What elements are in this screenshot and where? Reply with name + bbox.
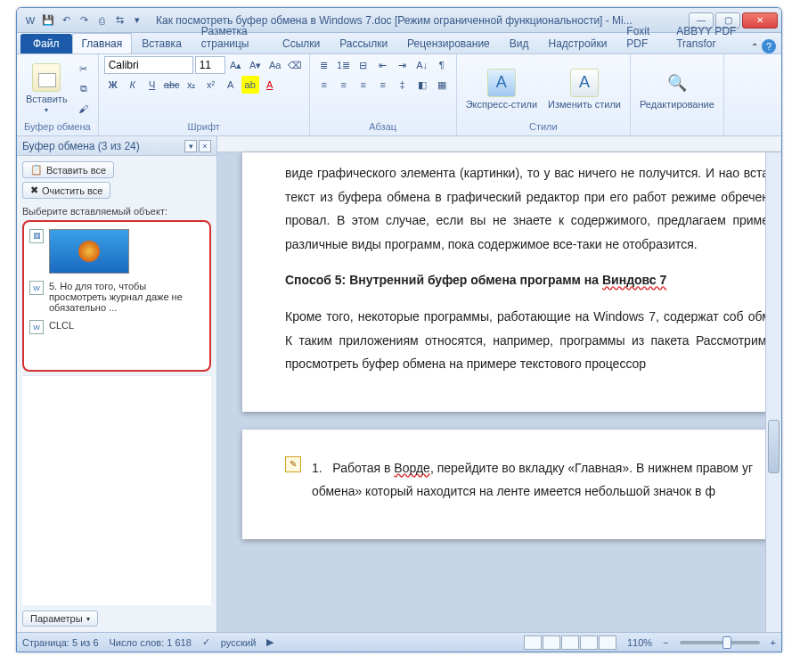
editing-label: Редактирование [640,99,714,110]
save-icon[interactable]: 💾 [40,12,56,29]
indent-inc-icon[interactable]: ⇥ [394,56,412,74]
status-language[interactable]: русский [221,637,256,648]
align-right-icon[interactable]: ≡ [355,76,372,94]
status-page[interactable]: Страница: 5 из 6 [22,637,99,648]
clear-format-icon[interactable]: ⌫ [286,56,304,74]
ruler[interactable] [217,136,781,152]
superscript-icon[interactable]: x² [202,76,220,94]
group-label-clipboard: Буфер обмена [22,121,93,134]
options-button[interactable]: Параметры ▾ [22,611,98,627]
page[interactable]: ✎ 1. Работая в Ворде, перейдите во вклад… [242,430,781,539]
view-print-icon[interactable] [524,635,542,650]
qat-icon[interactable]: ⎙ [94,12,110,29]
pane-spacer [22,375,211,605]
paste-button[interactable]: Вставить ▾ [22,61,71,116]
sort-icon[interactable]: A↓ [413,56,431,74]
page[interactable]: виде графического элемента (картинки), т… [242,152,781,412]
align-left-icon[interactable]: ≡ [315,76,333,94]
help-icon[interactable]: ? [762,39,776,53]
show-marks-icon[interactable]: ¶ [433,56,451,74]
group-font: A▴ A▾ Aa ⌫ Ж К Ч abc x₂ x² A ab A Шрифт [99,54,310,135]
paste-all-button[interactable]: 📋Вставить все [22,161,114,178]
font-name-input[interactable] [104,56,193,74]
subscript-icon[interactable]: x₂ [183,76,200,94]
view-outline-icon[interactable] [580,635,598,650]
tab-home[interactable]: Главная [72,33,133,53]
clip-item[interactable]: W 5. Но для того, чтобы просмотреть журн… [26,277,208,316]
indent-dec-icon[interactable]: ⇤ [374,56,392,74]
scroll-thumb[interactable] [768,420,780,473]
justify-icon[interactable]: ≡ [374,76,392,94]
bold-icon[interactable]: Ж [104,76,122,94]
clear-all-button[interactable]: ✖Очистить все [22,182,110,199]
view-web-icon[interactable] [561,635,579,650]
change-case-icon[interactable]: Aa [266,56,284,74]
multilevel-icon[interactable]: ⊟ [355,56,372,74]
undo-icon[interactable]: ↶ [58,12,74,29]
tab-abbyy[interactable]: ABBYY PDF Transfor [666,20,751,53]
status-words[interactable]: Число слов: 1 618 [110,637,192,648]
zoom-in-icon[interactable]: + [771,637,776,648]
clear-all-icon: ✖ [30,184,38,196]
italic-icon[interactable]: К [124,76,142,94]
change-styles-label: Изменить стили [548,99,621,110]
view-draft-icon[interactable] [599,635,616,650]
clip-list: 🖼 W 5. Но для того, чтобы просмотреть жу… [22,220,211,372]
group-styles: A Экспресс-стили A Изменить стили Стили [457,54,631,135]
pane-close-icon[interactable]: × [199,140,211,152]
list-item: ✎ 1. Работая в Ворде, перейдите во вклад… [285,456,781,504]
chevron-down-icon: ▾ [86,615,90,623]
cut-icon[interactable]: ✂ [75,61,93,78]
pane-header: Буфер обмена (3 из 24) ▾ × [17,136,216,156]
view-read-icon[interactable] [543,635,560,650]
tab-foxit[interactable]: Foxit PDF [616,20,666,53]
clip-item[interactable]: 🖼 [26,225,208,277]
clip-text: 5. Но для того, чтобы просмотреть журнал… [49,281,204,313]
ribbon: Вставить ▾ ✂ ⧉ 🖌 Буфер обмена A▴ A▾ Aa [17,54,781,136]
copy-icon[interactable]: ⧉ [75,80,93,98]
font-size-input[interactable] [195,56,225,74]
tab-references[interactable]: Ссылки [273,33,330,53]
ribbon-minimize-icon[interactable]: ⌃ [751,42,758,52]
tab-layout[interactable]: Разметка страницы [192,20,273,53]
zoom-slider[interactable] [680,641,760,644]
editing-button[interactable]: 🔍 Редактирование [636,67,718,111]
qat-dropdown-icon[interactable]: ▾ [129,12,145,29]
vertical-scrollbar[interactable] [765,152,781,632]
line-spacing-icon[interactable]: ‡ [394,76,412,94]
macro-icon[interactable]: ▶ [266,636,273,648]
text-effects-icon[interactable]: A [222,76,240,94]
paragraph: Кроме того, некоторые программы, работаю… [285,305,781,376]
redo-icon[interactable]: ↷ [76,12,92,29]
zoom-level[interactable]: 110% [627,637,652,648]
tab-review[interactable]: Рецензирование [397,33,500,53]
quick-styles-button[interactable]: A Экспресс-стили [462,67,541,111]
tab-file[interactable]: Файл [20,34,72,53]
tab-mailings[interactable]: Рассылки [330,33,397,53]
numbering-icon[interactable]: 1≣ [335,56,353,74]
clip-item[interactable]: W CLCL [26,316,208,338]
change-styles-button[interactable]: A Изменить стили [544,67,624,111]
borders-icon[interactable]: ▦ [433,76,451,94]
strike-icon[interactable]: abc [163,76,181,94]
font-color-icon[interactable]: A [261,76,279,94]
format-painter-icon[interactable]: 🖌 [75,100,93,118]
tab-view[interactable]: Вид [500,33,539,53]
content-area: Буфер обмена (3 из 24) ▾ × 📋Вставить все… [17,136,781,632]
tab-insert[interactable]: Вставка [132,33,192,53]
tab-addins[interactable]: Надстройки [539,33,617,53]
shrink-font-icon[interactable]: A▾ [247,56,265,74]
shading-icon[interactable]: ◧ [413,76,431,94]
document-area[interactable]: виде графического элемента (картинки), т… [217,136,781,632]
align-center-icon[interactable]: ≡ [335,76,353,94]
zoom-out-icon[interactable]: − [663,637,668,648]
grow-font-icon[interactable]: A▴ [227,56,245,74]
statusbar: Страница: 5 из 6 Число слов: 1 618 ✓ рус… [17,632,781,652]
paste-icon [32,63,61,92]
bullets-icon[interactable]: ≣ [315,56,333,74]
underline-icon[interactable]: Ч [143,76,161,94]
highlight-icon[interactable]: ab [241,76,259,94]
proofing-icon[interactable]: ✓ [202,636,210,648]
pane-dropdown-icon[interactable]: ▾ [184,140,197,152]
qat-icon[interactable]: ⇆ [111,12,127,29]
